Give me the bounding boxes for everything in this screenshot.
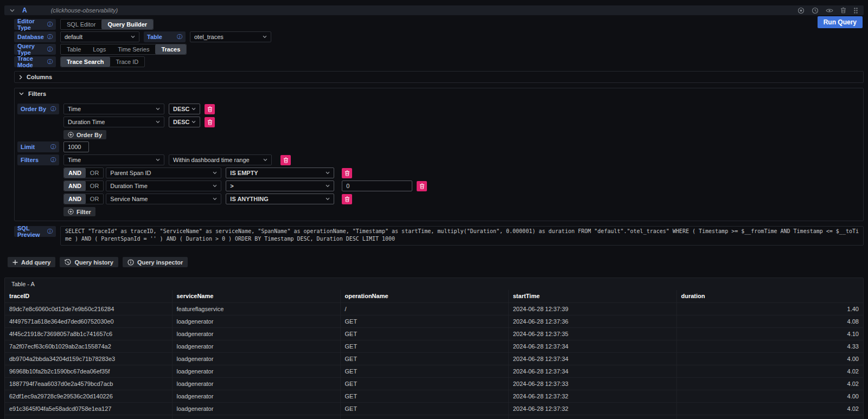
eye-icon[interactable] — [826, 8, 833, 14]
or-option[interactable]: OR — [86, 181, 104, 191]
limit-row: Limit ⓘ — [17, 141, 859, 152]
cell-duration: 4.00 — [676, 352, 863, 365]
chevron-down-icon — [131, 35, 135, 38]
remove-order-by-button[interactable] — [205, 104, 215, 114]
time-filter-field-select[interactable]: Time — [63, 154, 164, 165]
query-history-button[interactable]: Query history — [60, 257, 118, 267]
and-option[interactable]: AND — [64, 194, 86, 204]
filters-section-header[interactable]: Filters — [15, 88, 863, 99]
cell-trace-id[interactable]: e91c3645f04fa5e58adcd0758e1ea127 — [5, 402, 172, 415]
filter-operator-select[interactable]: IS ANYTHING — [226, 194, 334, 204]
trace-mode-option-trace-search[interactable]: Trace Search — [61, 57, 110, 67]
panel-title[interactable]: Table - A — [5, 278, 863, 290]
plus-icon — [12, 260, 18, 265]
column-header-operation-name[interactable]: operationName — [340, 290, 508, 302]
chevron-down-icon — [326, 184, 330, 188]
order-by-field-select[interactable]: Time — [63, 104, 164, 114]
table-row: 96968b10fa2b2c1590bc67dea06ef35f loadgen… — [5, 365, 863, 377]
trash-icon[interactable] — [840, 7, 846, 14]
editor-type-row: Editor Type ⓘ SQL Editor Query Builder — [14, 19, 864, 30]
trace-mode-option-trace-id[interactable]: Trace ID — [110, 57, 145, 67]
cell-trace-id[interactable]: e67ee7b53870d4c864ca50409ca0e64c — [5, 415, 172, 419]
query-inspector-button[interactable]: Query inspector — [123, 257, 188, 267]
remove-filter-button[interactable] — [417, 181, 427, 191]
query-type-option-logs[interactable]: Logs — [87, 44, 112, 54]
cell-trace-id[interactable]: 7a2f07ecf63c60b1029ab2ac155874a2 — [5, 340, 172, 352]
remove-filter-button[interactable] — [280, 155, 291, 165]
column-header-trace-id[interactable]: traceID — [5, 290, 172, 302]
chevron-down-icon — [156, 107, 160, 111]
columns-section-header[interactable]: Columns — [15, 72, 863, 82]
query-footer-buttons: Add query Query history Query inspector — [8, 257, 864, 267]
info-icon: ⓘ — [47, 228, 53, 235]
collapse-chevron-icon[interactable] — [10, 9, 15, 12]
and-option[interactable]: AND — [64, 181, 86, 191]
query-editor-body: Editor Type ⓘ SQL Editor Query Builder D… — [4, 15, 864, 246]
drag-handle-icon[interactable] — [853, 7, 858, 14]
editor-type-option-query-builder[interactable]: Query Builder — [101, 20, 153, 29]
record-circle-icon[interactable] — [797, 7, 805, 14]
chevron-down-icon — [326, 197, 330, 201]
add-filter-button[interactable]: Filter — [63, 207, 95, 216]
run-query-button[interactable]: Run Query — [818, 16, 863, 28]
filter-value-input[interactable] — [342, 181, 412, 191]
order-by-direction-select[interactable]: DESC — [169, 117, 200, 127]
remove-filter-button[interactable] — [342, 194, 352, 204]
order-by-direction-select[interactable]: DESC — [169, 104, 200, 114]
filter-condition-row: AND OR Duration Time > — [17, 181, 859, 191]
and-option[interactable]: AND — [64, 168, 86, 178]
or-option[interactable]: OR — [86, 168, 104, 178]
order-by-field-select[interactable]: Duration Time — [63, 117, 164, 127]
cell-trace-id[interactable]: 1887794f7eaa6037d0e2a4579bcd7acb — [5, 377, 172, 390]
cell-trace-id[interactable]: 96968b10fa2b2c1590bc67dea06ef35f — [5, 365, 172, 377]
query-editor-panel: A (clickhouse-observability) — [0, 0, 868, 419]
table-panel: Table - A traceID serviceName operationN… — [4, 278, 864, 419]
query-row-header[interactable]: A (clickhouse-observability) — [4, 5, 864, 15]
filter-field-select[interactable]: Service Name — [106, 194, 221, 204]
remove-filter-button[interactable] — [342, 168, 352, 178]
trace-mode-row: Trace Mode ⓘ Trace Search Trace ID — [14, 56, 864, 67]
filter-operator-select[interactable]: IS EMPTY — [226, 167, 334, 178]
editor-type-option-sql-editor[interactable]: SQL Editor — [61, 20, 101, 29]
query-type-option-traces[interactable]: Traces — [155, 44, 186, 54]
query-type-option-table[interactable]: Table — [61, 44, 87, 54]
database-select[interactable]: default — [60, 31, 139, 42]
cell-duration: 1.40 — [676, 302, 863, 315]
cell-trace-id[interactable]: 62df1ec9a29728c9e29536c20d140226 — [5, 390, 172, 402]
plus-circle-icon — [68, 209, 74, 215]
table-row: 1887794f7eaa6037d0e2a4579bcd7acb loadgen… — [5, 377, 863, 390]
column-header-duration[interactable]: duration — [676, 290, 863, 302]
table-select[interactable]: otel_traces — [190, 31, 271, 42]
cell-trace-id[interactable]: 4f45c21918c73698057a8b1c741657c6 — [5, 327, 172, 340]
time-filter-row: Filters ⓘ Time Within dashboard time ran… — [17, 154, 859, 165]
plus-circle-icon — [68, 132, 74, 138]
cell-operation-name: GET — [340, 415, 508, 419]
add-filter-row: Filter — [17, 207, 859, 216]
add-order-by-button[interactable]: Order By — [63, 130, 106, 139]
column-header-service-name[interactable]: serviceName — [172, 290, 340, 302]
time-filter-operator-select[interactable]: Within dashboard time range — [169, 154, 272, 165]
cell-start-time: 2024-06-28 12:37:39 — [508, 302, 676, 315]
add-query-button[interactable]: Add query — [8, 257, 55, 267]
info-icon: ⓘ — [47, 46, 53, 53]
chevron-down-icon — [19, 92, 24, 95]
remove-order-by-button[interactable] — [205, 117, 215, 127]
cell-trace-id[interactable]: 4f497571a618e364ed7ded60752030e0 — [5, 315, 172, 327]
filter-field-select[interactable]: Duration Time — [106, 181, 221, 191]
cell-trace-id[interactable]: db9704a2bbda34204d159c71b78283e3 — [5, 352, 172, 365]
or-option[interactable]: OR — [86, 194, 104, 204]
cell-duration: 4.10 — [676, 327, 863, 340]
editor-type-toggle: SQL Editor Query Builder — [60, 19, 154, 30]
chevron-right-icon — [19, 75, 22, 80]
filter-operator-select[interactable]: > — [226, 181, 334, 191]
column-header-start-time[interactable]: startTime — [508, 290, 676, 302]
query-type-option-time-series[interactable]: Time Series — [112, 44, 155, 54]
chevron-down-icon — [192, 120, 196, 124]
cell-operation-name: GET — [340, 352, 508, 365]
cell-operation-name: GET — [340, 340, 508, 352]
history-clock-icon[interactable] — [812, 7, 819, 14]
filter-field-select[interactable]: Parent Span ID — [106, 167, 221, 178]
limit-input[interactable] — [63, 141, 89, 152]
cell-trace-id[interactable]: 89dc7e8c6060c0d12de7e9b50c216284 — [5, 302, 172, 315]
cell-start-time: 2024-06-28 12:37:34 — [508, 365, 676, 377]
